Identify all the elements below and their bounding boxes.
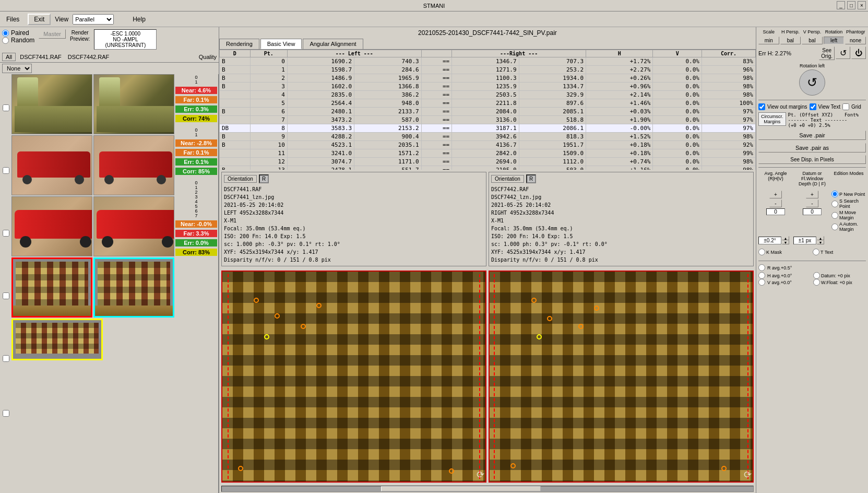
- img-left-4[interactable]: [11, 319, 103, 360]
- img-left-2[interactable]: [11, 196, 92, 256]
- table-row[interactable]: 4 2835.0 386.2 == 2503.5 329.9 +2.14% 0.…: [220, 91, 756, 99]
- img-check-0[interactable]: [3, 104, 9, 111]
- px-down[interactable]: ▼: [817, 240, 824, 244]
- table-row[interactable]: B 1 1598.7 284.6 == 1271.9 253.2 +2.27% …: [220, 66, 756, 74]
- avg-input[interactable]: [766, 208, 785, 215]
- r-avg-radio[interactable]: [758, 264, 765, 271]
- preview-scrollbar[interactable]: [219, 485, 756, 493]
- tab-angular-alignment[interactable]: Angular Alignment: [303, 39, 363, 49]
- px-spinbox[interactable]: ▲ ▼: [793, 236, 824, 244]
- view-margins-check[interactable]: [758, 103, 765, 110]
- maximize-btn[interactable]: □: [847, 1, 855, 9]
- img-right-3[interactable]: [93, 257, 174, 318]
- avg-plus-btn[interactable]: +: [769, 191, 782, 198]
- paired-radio[interactable]: [2, 30, 9, 37]
- datum-input[interactable]: [803, 208, 822, 215]
- view-label: View: [55, 16, 68, 23]
- a-autom-margin-radio[interactable]: [831, 224, 838, 230]
- t-text-radio[interactable]: [813, 249, 819, 255]
- angle-up[interactable]: ▲: [782, 236, 789, 240]
- see-disp-btn[interactable]: See Disp. in Pixels: [758, 155, 866, 164]
- scrollbar-thumb[interactable]: [381, 486, 540, 491]
- view-select[interactable]: Parallel Cross-eyed Anaglyph: [73, 14, 114, 25]
- preview-right[interactable]: ⟳: [489, 271, 754, 483]
- px-up[interactable]: ▲: [817, 236, 824, 240]
- p-new-point-radio[interactable]: [831, 191, 838, 197]
- table-row[interactable]: B 9 4288.2 900.4 == 3942.6 818.3 +1.52% …: [220, 133, 756, 141]
- save-pair-as-btn[interactable]: Save .pair as: [758, 143, 866, 152]
- table-row[interactable]: B 10 4523.1 2035.1 == 4136.7 1951.7 +0.1…: [220, 141, 756, 149]
- img-left-3[interactable]: [11, 257, 92, 318]
- table-row[interactable]: B 6 2480.1 2133.7 == 2084.0 2085.1 +0.03…: [220, 108, 756, 116]
- s-search-point-radio[interactable]: [831, 201, 838, 207]
- col-corr: Corr.: [701, 50, 755, 57]
- table-row[interactable]: B 13 2478.1 551.7 == 2105.0 503.0 +1.16%…: [220, 166, 756, 170]
- tab-basic-view[interactable]: Basic View: [260, 39, 302, 49]
- orient-right-btn[interactable]: Orientation: [491, 175, 524, 183]
- avg-minus-btn[interactable]: -: [769, 199, 782, 207]
- img-right-1[interactable]: [93, 135, 174, 195]
- minimize-btn[interactable]: _: [837, 1, 845, 9]
- k-mask-radio[interactable]: [758, 249, 765, 255]
- tab-all[interactable]: All: [2, 53, 16, 61]
- table-row[interactable]: 11 3241.0 1571.2 == 2842.0 1509.0 +0.18%…: [220, 149, 756, 158]
- grid-check[interactable]: [842, 103, 849, 110]
- phantogr-none-btn[interactable]: none: [845, 37, 866, 44]
- datum-plus-btn[interactable]: +: [806, 191, 818, 198]
- img-check-1[interactable]: [3, 167, 9, 174]
- save-pair-btn[interactable]: Save .pair: [758, 131, 866, 140]
- img-left-0[interactable]: [11, 74, 92, 134]
- phantogr-label: Phantogr: [845, 29, 866, 34]
- orient-left-r[interactable]: R: [259, 174, 269, 183]
- datum-minus-btn[interactable]: -: [806, 199, 818, 207]
- rotation-left-btn[interactable]: left: [824, 37, 845, 44]
- power-btn[interactable]: ⏻: [851, 46, 866, 59]
- preview-left[interactable]: ⟳: [221, 271, 486, 483]
- img-check-4[interactable]: [3, 355, 9, 362]
- table-row[interactable]: 5 2564.4 948.0 == 2211.8 897.6 +1.46% 0.…: [220, 99, 756, 108]
- file1-tab[interactable]: DSCF7441.RAF: [18, 53, 63, 61]
- datum-radio[interactable]: [813, 272, 820, 279]
- angle-down[interactable]: ▼: [782, 240, 789, 244]
- files-menu[interactable]: Files: [2, 15, 23, 24]
- img-check-5[interactable]: [3, 410, 9, 417]
- h-persp-btn[interactable]: bal: [780, 37, 801, 44]
- quality-dropdown[interactable]: None: [2, 64, 32, 73]
- view-text-check[interactable]: [810, 103, 816, 110]
- rotation-circle[interactable]: ↺: [799, 69, 825, 96]
- circumscr-btn[interactable]: Circumscr.Margins: [758, 112, 786, 126]
- close-btn[interactable]: ×: [858, 1, 866, 9]
- help-menu[interactable]: Help: [128, 15, 150, 24]
- refresh-btn[interactable]: ↺: [836, 46, 850, 59]
- exit-button[interactable]: Exit: [28, 14, 51, 25]
- img-left-1[interactable]: [11, 135, 92, 195]
- table-row[interactable]: 7 3473.2 587.0 == 3136.0 518.8 +1.90% 0.…: [220, 116, 756, 124]
- table-row[interactable]: B 0 1690.2 740.3 == 1346.7 707.3 +1.72% …: [220, 57, 756, 66]
- h-avg-radio[interactable]: [758, 272, 765, 279]
- table-row[interactable]: B 2 1486.9 1965.9 == 1100.3 1934.0 +0.26…: [220, 74, 756, 83]
- scale-min-btn[interactable]: min: [758, 37, 779, 44]
- v-persp-btn[interactable]: bal: [802, 37, 823, 44]
- orient-left-btn[interactable]: Orientation: [224, 175, 257, 183]
- random-radio[interactable]: [2, 37, 9, 44]
- img-right-0[interactable]: [93, 74, 174, 134]
- img-check-3[interactable]: [3, 292, 9, 299]
- table-row[interactable]: 12 3074.7 1171.0 == 2694.0 1112.0 +0.74%…: [220, 158, 756, 166]
- tab-rendering[interactable]: Rendering: [219, 39, 259, 49]
- table-row[interactable]: DB 8 3583.3 2153.2 == 3187.1 2086.1 -0.0…: [220, 124, 756, 133]
- stat-far-1: Far: 0.1%: [175, 149, 217, 156]
- wfloat-radio[interactable]: [813, 279, 820, 286]
- scrollbar-track[interactable]: [221, 486, 754, 492]
- v-avg-radio[interactable]: [758, 279, 765, 286]
- table-row[interactable]: B 3 1602.0 1366.8 == 1235.9 1334.7 +0.96…: [220, 83, 756, 91]
- px-spin-input[interactable]: [793, 237, 816, 244]
- angle-spin-input[interactable]: [758, 237, 781, 244]
- m-move-margin-radio[interactable]: [831, 212, 838, 219]
- img-right-2[interactable]: [93, 196, 174, 256]
- file2-tab[interactable]: DSCF7442.RAF: [66, 53, 111, 61]
- see-orig-btn[interactable]: SeeOrig.: [819, 46, 835, 60]
- angle-spinbox[interactable]: ▲ ▼: [758, 236, 789, 244]
- img-check-2[interactable]: [3, 230, 9, 237]
- orient-right-r[interactable]: R: [526, 174, 536, 183]
- master-button[interactable]: Master: [39, 29, 66, 39]
